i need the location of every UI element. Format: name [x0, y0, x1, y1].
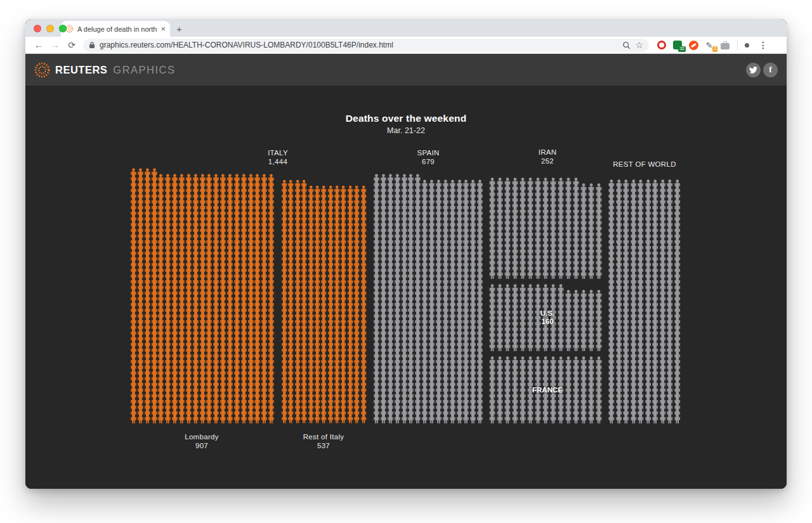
- social-buttons: f: [746, 63, 778, 77]
- orange-circle-icon: [689, 41, 698, 50]
- counter-extension-icon[interactable]: 32: [672, 40, 683, 50]
- red-ring-icon: [657, 41, 666, 49]
- label-us: U.S. 160: [540, 309, 554, 326]
- label-iran-name: IRAN: [539, 148, 557, 157]
- briefcase-icon: [721, 43, 730, 49]
- forward-icon[interactable]: →: [48, 41, 63, 49]
- pictogram-iran: [488, 178, 603, 279]
- bookmark-star-icon[interactable]: ☆: [635, 41, 643, 49]
- label-spain-name: SPAIN: [417, 149, 439, 158]
- browser-tab[interactable]: A deluge of death in northern Ita ×: [61, 21, 170, 37]
- label-lombardy-value: 907: [185, 442, 219, 451]
- label-iran-value: 252: [539, 157, 557, 166]
- twitter-icon: [749, 66, 757, 74]
- label-italy: ITALY 1,444: [268, 149, 288, 166]
- extension-icons: 32 ✎ 2 ⋮: [657, 40, 768, 50]
- workspace-extension-icon[interactable]: [720, 40, 730, 50]
- extension-badge-2: 2: [712, 46, 717, 52]
- tab-close-icon[interactable]: ×: [160, 25, 166, 33]
- brand-reuters[interactable]: REUTERS: [55, 64, 107, 76]
- reload-icon[interactable]: ⟳: [64, 41, 79, 49]
- label-us-value: 160: [540, 318, 554, 326]
- zoom-window-button[interactable]: [59, 25, 67, 32]
- screenshot-canvas: { "browser": { "tab": { "title": "A delu…: [0, 0, 812, 523]
- label-rest-of-world: REST OF WORLD: [613, 160, 676, 169]
- minimize-window-button[interactable]: [46, 25, 54, 32]
- pictogram-lombardy: [130, 168, 275, 423]
- tab-strip: A deluge of death in northern Ita × +: [25, 19, 787, 37]
- facebook-button[interactable]: f: [763, 63, 778, 77]
- browser-toolbar: ← → ⟳ graphics.reuters.com/HEALTH-CORONA…: [25, 37, 787, 54]
- browser-window: A deluge of death in northern Ita × + ← …: [25, 19, 787, 489]
- label-france: FRANCE: [532, 386, 563, 394]
- extension-badge-32: 32: [678, 46, 686, 52]
- lock-icon: [89, 41, 95, 49]
- pictogram-chart: Deaths over the weekend Mar. 21-22 ITALY…: [25, 86, 787, 489]
- reuters-logo-icon: [34, 62, 50, 78]
- label-spain-value: 679: [417, 158, 439, 167]
- label-italy-value: 1,444: [268, 158, 288, 167]
- label-lombardy-name: Lombardy: [185, 433, 219, 442]
- page-content: REUTERS GRAPHICS f Deaths over the weeke…: [25, 54, 787, 489]
- adblock-extension-icon[interactable]: [657, 40, 667, 50]
- chart-subtitle: Mar. 21-22: [387, 126, 425, 135]
- back-icon[interactable]: ←: [31, 41, 46, 49]
- new-tab-button[interactable]: +: [176, 23, 182, 34]
- label-rest-of-italy-name: Rest of Italy: [303, 433, 344, 442]
- orange-extension-icon[interactable]: [688, 40, 698, 50]
- traffic-lights: [34, 25, 67, 32]
- pen-icon: ✎: [706, 41, 713, 49]
- zoom-page-icon[interactable]: [622, 41, 631, 49]
- pictogram-rest-of-italy: [281, 179, 367, 423]
- address-bar[interactable]: graphics.reuters.com/HEALTH-CORONAVIRUS-…: [83, 39, 649, 52]
- label-rest-of-italy: Rest of Italy 537: [303, 433, 344, 450]
- notes-extension-icon[interactable]: ✎ 2: [704, 40, 714, 50]
- facebook-icon: f: [769, 65, 771, 75]
- label-rest-of-italy-value: 537: [303, 442, 344, 451]
- label-us-name: U.S.: [540, 309, 554, 318]
- label-iran: IRAN 252: [539, 148, 557, 165]
- close-window-button[interactable]: [34, 25, 41, 32]
- url-text[interactable]: graphics.reuters.com/HEALTH-CORONAVIRUS-…: [100, 41, 618, 49]
- label-italy-name: ITALY: [268, 149, 288, 158]
- chart-title: Deaths over the weekend: [346, 113, 467, 124]
- label-spain: SPAIN 679: [417, 149, 439, 166]
- browser-menu-icon[interactable]: ⋮: [759, 40, 768, 50]
- label-lombardy: Lombardy 907: [185, 433, 219, 450]
- twitter-button[interactable]: [746, 63, 761, 77]
- toolbar-separator: [737, 40, 738, 50]
- tab-title: A deluge of death in northern Ita: [77, 25, 157, 33]
- brand-graphics[interactable]: GRAPHICS: [113, 64, 175, 76]
- pictogram-spain: [373, 174, 483, 423]
- profile-avatar[interactable]: [745, 43, 749, 48]
- reuters-header: REUTERS GRAPHICS f: [25, 54, 787, 86]
- pictogram-rest-of-world: [608, 179, 681, 423]
